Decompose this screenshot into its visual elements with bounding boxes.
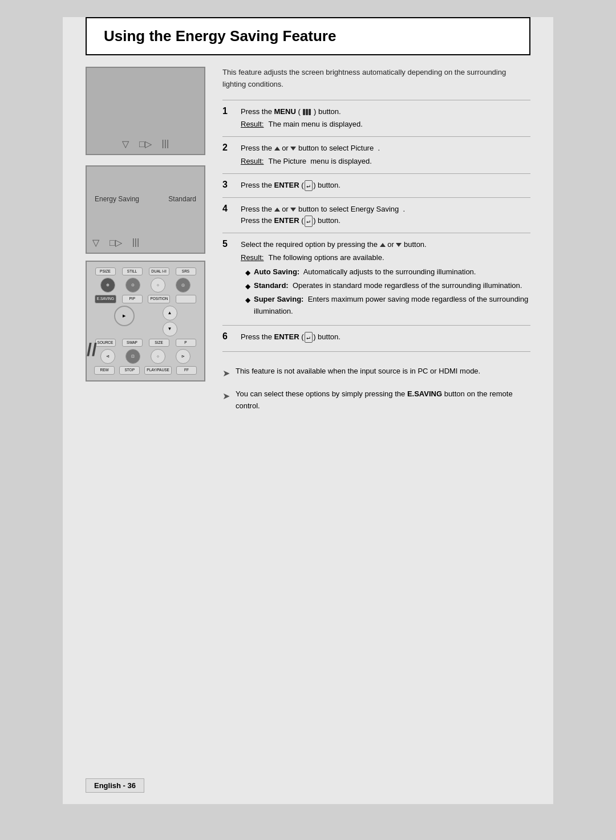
btn-rew: REW [94, 366, 115, 374]
note-text-1: This feature is not available when the i… [236, 366, 480, 378]
btn-nav-down: ▼ [163, 322, 177, 336]
btn-round-7: ○ [151, 349, 165, 364]
screen2-icon-enter: □▷ [110, 237, 122, 248]
screen2-icons: ▽ □▷ ||| [87, 233, 204, 253]
step-6-content: Press the ENTER (↵) button. [241, 331, 530, 343]
step-6: 6 Press the ENTER (↵) button. [222, 325, 530, 349]
diamond-3: ◆ [245, 295, 250, 306]
remote-row-2: E.SAVING PIP POSITION [92, 295, 198, 303]
enter-bold-4: ENTER [274, 216, 299, 225]
step-6-num: 6 [222, 331, 233, 342]
note-1: ➤ This feature is not available when the… [222, 366, 530, 381]
btn-psize: PSIZE [95, 267, 116, 275]
btn-still: STILL [122, 267, 143, 275]
screen1-icon-down: ▽ [122, 139, 129, 149]
remote-row-round2: ⊲ ⊡ ○ ⊳ [92, 348, 198, 365]
btn-dual: DUAL I-II [149, 267, 169, 275]
nav-up-icon-4 [274, 208, 280, 212]
step-4-content: Press the or button to select Energy Sav… [241, 204, 530, 228]
bullet-autosaving: ◆ Auto Saving: Automatically adjusts to … [245, 266, 530, 278]
step-3-instruction: Press the ENTER (↵) button. [241, 180, 530, 192]
nav-down-icon-5 [396, 243, 402, 247]
enter-icon-4: ↵ [305, 216, 313, 227]
nav-up-icon [274, 147, 280, 151]
step-1: 1 Press the MENU ( ) button. Result: The… [222, 100, 530, 137]
enter-icon-6: ↵ [305, 332, 313, 343]
remote-row-4: REW STOP PLAY/PAUSE FF [92, 366, 198, 374]
step-1-result: Result: The main menu is displayed. [241, 119, 530, 131]
nav-down-icon [290, 147, 296, 151]
screen1-icon-menu: ||| [162, 139, 169, 149]
slash-decoration: // [87, 339, 97, 360]
bullet-text-2: Standard: Operates in standard mode rega… [254, 280, 522, 292]
note-arrow-2: ➤ [222, 389, 230, 404]
nav-up-icon-5 [380, 243, 386, 247]
nav-down-icon-4 [290, 208, 296, 212]
bullet-text-3: Super Saving: Enters maximum power savin… [254, 294, 530, 318]
step-3-content: Press the ENTER (↵) button. [241, 180, 530, 192]
btn-round-8: ⊳ [176, 349, 191, 364]
menu-bold: MENU [274, 107, 296, 116]
enter-bold-6: ENTER [274, 332, 299, 341]
btn-ff: FF [176, 366, 197, 374]
btn-round-3: ○ [151, 278, 165, 293]
step-5-instruction: Select the required option by pressing t… [241, 239, 530, 251]
remote-control: // PSIZE STILL DUAL I-II SRS ⊕ ⊙ ○ ◎ [86, 261, 205, 382]
result-label-1: Result: [241, 119, 264, 131]
diamond-1: ◆ [245, 267, 250, 278]
menu-icon [303, 109, 311, 115]
intro-text: This feature adjusts the screen brightne… [222, 67, 530, 91]
notes-section: ➤ This feature is not available when the… [222, 351, 530, 412]
page-title: Using the Energy Saving Feature [104, 27, 336, 44]
remote-row-3: SOURCE SWAP SIZE P [92, 339, 198, 347]
btn-swap: SWAP [122, 339, 143, 347]
result-label-5: Result: [241, 252, 264, 264]
btn-esaving: E.SAVING [95, 295, 116, 303]
result-text-2: The Picture menu is displayed. [268, 156, 371, 168]
step-2-instruction: Press the or button to select Picture . [241, 143, 530, 155]
step-4-num: 4 [222, 204, 233, 214]
btn-nav-center: ▶ [114, 306, 135, 326]
btn-round-2: ⊙ [125, 278, 140, 293]
btn-stop: STOP [119, 366, 140, 374]
step-1-instruction: Press the MENU ( ) button. [241, 106, 530, 118]
screen2-icon-menu: ||| [132, 237, 139, 248]
btn-play: PLAY/PAUSE [144, 366, 172, 374]
remote-buttons: PSIZE STILL DUAL I-II SRS ⊕ ⊙ ○ ◎ E.SA [90, 265, 201, 377]
btn-round-1: ⊕ [100, 278, 115, 293]
remote-row-1: PSIZE STILL DUAL I-II SRS [92, 267, 198, 275]
note-arrow-1: ➤ [222, 366, 230, 381]
bullet-standard: ◆ Standard: Operates in standard mode re… [245, 280, 530, 292]
btn-blank [176, 295, 196, 303]
note-2: ➤ You can select these options by simply… [222, 388, 530, 412]
right-column: This feature adjusts the screen brightne… [222, 67, 530, 420]
result-label-2: Result: [241, 156, 264, 168]
bullet-supersaving: ◆ Super Saving: Enters maximum power sav… [245, 294, 530, 318]
bullet-text-1: Auto Saving: Automatically adjusts to th… [254, 266, 476, 278]
step-4: 4 Press the or button to select Energy S… [222, 197, 530, 233]
screen1-icons: ▽ □▷ ||| [116, 134, 175, 154]
btn-pip: PIP [122, 295, 143, 303]
diamond-2: ◆ [245, 281, 250, 292]
btn-p: P [176, 339, 196, 347]
screen-illustration-2: Energy Saving Standard ▽ □▷ ||| [86, 165, 205, 254]
screen2-content: Energy Saving Standard [87, 167, 204, 203]
footer: English - 36 [86, 778, 144, 793]
footer-text: English - 36 [94, 781, 136, 790]
btn-position: POSITION [148, 295, 170, 303]
enter-icon-3: ↵ [305, 180, 313, 192]
step-3-num: 3 [222, 180, 233, 190]
btn-source: SOURCE [95, 339, 116, 347]
step-1-content: Press the MENU ( ) button. Result: The m… [241, 106, 530, 131]
remote-row-nav: ▶ ▲ ▼ [92, 305, 198, 338]
btn-size: SIZE [149, 339, 169, 347]
step-4-instruction: Press the or button to select Energy Sav… [241, 204, 530, 228]
btn-round-4: ◎ [176, 278, 191, 293]
result-text-1: The main menu is displayed. [268, 119, 362, 131]
note-text-2: You can select these options by simply p… [236, 388, 530, 412]
step-5-result: Result: The following options are availa… [241, 252, 530, 264]
result-text-5: The following options are available. [268, 252, 384, 264]
step-1-num: 1 [222, 106, 233, 116]
screen1-icon-enter: □▷ [139, 139, 152, 149]
step-2-content: Press the or button to select Picture . … [241, 143, 530, 168]
